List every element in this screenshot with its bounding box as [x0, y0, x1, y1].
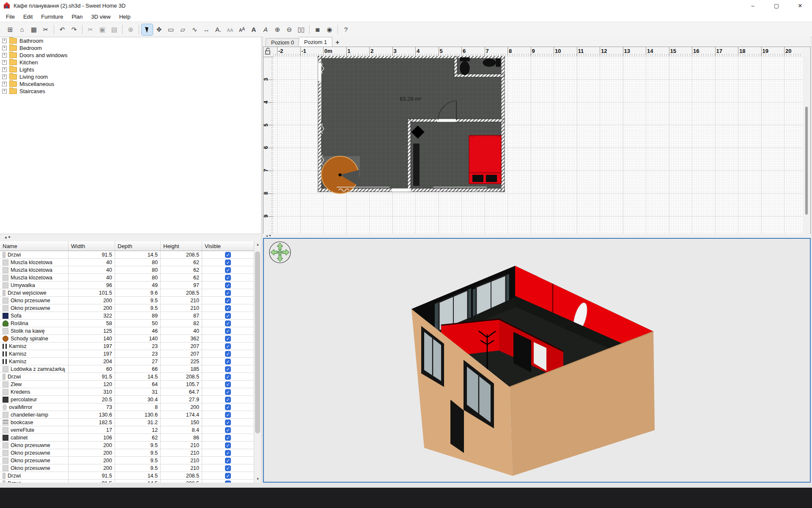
visible-checkbox[interactable]: ✓ — [225, 435, 231, 441]
table-row[interactable]: Okno przesuwne2009.5210✓ — [0, 304, 254, 312]
select-tool-icon[interactable] — [142, 24, 153, 35]
tree-item-bathroom[interactable]: +Bathroom — [0, 37, 261, 44]
table-row[interactable]: Drzwi91.514.5208.5✓ — [0, 472, 254, 480]
scrollbar-thumb[interactable] — [255, 251, 260, 433]
redo-icon[interactable]: ↷ — [69, 24, 80, 35]
create-polylines-icon[interactable]: ∿ — [189, 24, 200, 35]
table-row[interactable]: Okno przesuwne2009.5210✓ — [0, 449, 254, 457]
expand-icon[interactable]: + — [2, 46, 7, 50]
add-text-icon[interactable]: A. — [213, 24, 224, 35]
maximize-button[interactable]: ▢ — [765, 0, 788, 11]
visible-checkbox[interactable]: ✓ — [225, 389, 231, 395]
table-row[interactable]: Drzwi91.514.5208.5✓ — [0, 373, 254, 381]
visible-checkbox[interactable]: ✓ — [225, 359, 231, 364]
menu-help[interactable]: Help — [115, 12, 135, 21]
plan-3d-splitter[interactable]: ▲▼ — [263, 234, 811, 238]
tree-item-staircases[interactable]: +Staircases — [0, 88, 261, 95]
furniture-table-scrollbar[interactable]: ▲ ▼ — [254, 241, 261, 483]
bold-icon[interactable]: A — [248, 24, 259, 35]
visible-checkbox[interactable]: ✓ — [225, 267, 231, 273]
table-row[interactable]: Karnisz19723207✓ — [0, 342, 254, 350]
plan-view[interactable]: -2-10m1234567891011121314151617181920 34… — [263, 47, 811, 234]
menu-plan[interactable]: Plan — [67, 12, 87, 21]
table-row[interactable]: Okno przesuwne2009.5210✓ — [0, 457, 254, 464]
visible-checkbox[interactable]: ✓ — [225, 252, 231, 258]
undo-icon[interactable]: ↶ — [57, 24, 68, 35]
table-row[interactable]: bookcase182.531.2150✓ — [0, 419, 254, 426]
table-row[interactable]: Karnisz19723207✓ — [0, 350, 254, 358]
table-row[interactable]: Karnisz20427225✓ — [0, 358, 254, 365]
table-row[interactable]: ovalMirror738200✓ — [0, 403, 254, 411]
table-row[interactable]: Sofa3228987✓ — [0, 312, 254, 320]
visible-checkbox[interactable]: ✓ — [225, 343, 231, 349]
create-video-icon[interactable]: ◉ — [324, 24, 335, 35]
table-row[interactable]: Roślina585082✓ — [0, 320, 254, 327]
visible-checkbox[interactable]: ✓ — [225, 260, 231, 265]
bigger-text-icon[interactable]: ᴀᴬ — [236, 24, 247, 35]
table-row[interactable]: Okno przesuwne2009.5210✓ — [0, 297, 254, 304]
tree-item-miscellaneous[interactable]: +Miscellaneous — [0, 80, 261, 88]
visible-checkbox[interactable]: ✓ — [225, 305, 231, 311]
column-header-depth[interactable]: Depth — [115, 241, 161, 251]
create-rooms-icon[interactable]: ▱ — [177, 24, 188, 35]
expand-icon[interactable]: + — [2, 39, 7, 43]
table-row[interactable]: cabinet1066286✓ — [0, 434, 254, 442]
scroll-down-icon[interactable]: ▼ — [254, 476, 261, 483]
column-header-height[interactable]: Height — [161, 241, 202, 251]
table-row[interactable]: Muszla klozetowa408062✓ — [0, 266, 254, 274]
visible-checkbox[interactable]: ✓ — [225, 328, 231, 334]
furniture-table-header[interactable]: NameWidthDepthHeightVisible — [0, 241, 254, 251]
zoom-in-icon[interactable]: ⊕ — [272, 24, 283, 35]
menu-3d-view[interactable]: 3D view — [87, 12, 115, 21]
visible-checkbox[interactable]: ✓ — [225, 381, 231, 387]
visible-checkbox[interactable]: ✓ — [225, 366, 231, 372]
visible-checkbox[interactable]: ✓ — [225, 320, 231, 326]
tab-poziom-1[interactable]: Poziom 1 — [299, 37, 332, 47]
visible-checkbox[interactable]: ✓ — [225, 351, 231, 357]
add-level-button[interactable]: + — [333, 39, 342, 46]
copy-icon[interactable]: ▣ — [97, 24, 108, 35]
column-header-visible[interactable]: Visible — [202, 241, 254, 251]
create-dimensions-icon[interactable]: ↔ — [201, 24, 212, 35]
visible-checkbox[interactable]: ✓ — [225, 427, 231, 433]
visible-checkbox[interactable]: ✓ — [225, 420, 231, 425]
column-header-name[interactable]: Name — [0, 241, 69, 251]
3d-house-render[interactable] — [264, 239, 810, 482]
visible-checkbox[interactable]: ✓ — [225, 442, 231, 448]
plan-canvas[interactable]: 63.29 m² — [273, 56, 803, 234]
bed[interactable] — [469, 135, 501, 184]
table-row[interactable]: Kredens3103164.7✓ — [0, 388, 254, 396]
import-texture-icon[interactable]: ▦ — [28, 24, 39, 35]
table-row[interactable]: Drzwi wejściowe101.59.6208.5✓ — [0, 289, 254, 297]
pan-tool-icon[interactable]: ✥ — [154, 24, 165, 35]
table-row[interactable]: Muszla klozetowa408062✓ — [0, 274, 254, 282]
tree-item-bedroom[interactable]: +Bedroom — [0, 44, 261, 52]
toilet-corner[interactable] — [483, 59, 500, 66]
preferences-icon[interactable]: ✂ — [40, 24, 51, 35]
table-row[interactable]: Lodówka z zamrażarką6066185✓ — [0, 365, 254, 373]
3d-view[interactable] — [263, 238, 811, 483]
new-plan-icon[interactable]: ⊞ — [5, 24, 16, 35]
visible-checkbox[interactable]: ✓ — [225, 450, 231, 456]
table-row[interactable]: Stolik na kawę1254640✓ — [0, 327, 254, 335]
visible-checkbox[interactable]: ✓ — [225, 397, 231, 403]
spiral-staircase[interactable] — [321, 156, 359, 193]
create-photo-icon[interactable]: ◙ — [312, 24, 323, 35]
expand-icon[interactable]: + — [2, 89, 7, 94]
table-row[interactable]: chandelier-lamp130.6130.6174.4✓ — [0, 411, 254, 419]
table-row[interactable]: Drzwi91.514.5208.5✓ — [0, 480, 254, 483]
table-row[interactable]: Muszla klozetowa408062✓ — [0, 259, 254, 266]
tree-item-kitchen[interactable]: +Kitchen — [0, 59, 261, 66]
dual-view-icon[interactable]: ▯▯ — [296, 24, 307, 35]
scroll-up-icon[interactable]: ▲ — [254, 241, 261, 248]
tree-item-lights[interactable]: +Lights — [0, 66, 261, 73]
visible-checkbox[interactable]: ✓ — [225, 465, 231, 471]
expand-icon[interactable]: + — [2, 82, 7, 86]
plan-scrollbar-thumb[interactable] — [805, 107, 808, 215]
cut-icon[interactable]: ✂ — [85, 24, 96, 35]
visible-checkbox[interactable]: ✓ — [225, 275, 231, 281]
visible-checkbox[interactable]: ✓ — [225, 313, 231, 319]
visible-checkbox[interactable]: ✓ — [225, 412, 231, 418]
table-row[interactable]: Schody spiralne140140362✓ — [0, 335, 254, 342]
expand-icon[interactable]: + — [2, 53, 7, 58]
